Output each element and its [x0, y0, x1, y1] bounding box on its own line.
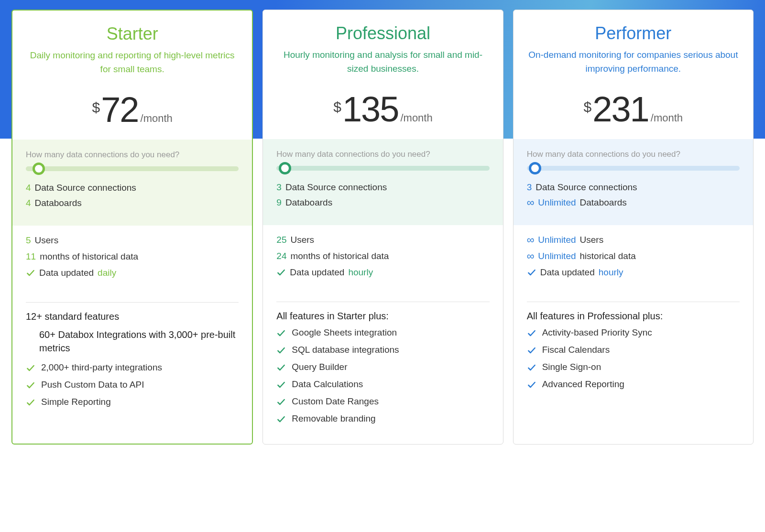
specs-section: ∞ Unlimited Users ∞ Unlimited historical…	[514, 225, 753, 293]
currency-symbol: $	[584, 99, 592, 115]
check-icon	[276, 380, 286, 390]
users-label: Users	[35, 235, 59, 246]
check-icon	[26, 268, 35, 278]
price-amount: 135	[342, 89, 398, 130]
slider-question: How many data connections do you need?	[527, 150, 740, 159]
feature-list: 2,000+ third-party integrations Push Cus…	[12, 362, 252, 427]
feature-text: Push Custom Data to API	[41, 380, 144, 390]
slider-thumb[interactable]	[279, 162, 291, 174]
feature-item: 2,000+ third-party integrations	[26, 362, 239, 373]
plan-header: Starter Daily monitoring and reporting o…	[12, 11, 252, 140]
databoards-line: 9 Databoards	[276, 197, 489, 208]
feature-text: Removable branding	[292, 413, 375, 424]
feature-item: Activity-based Priority Sync	[527, 327, 740, 338]
divider	[527, 302, 740, 302]
check-icon	[26, 380, 35, 390]
update-freq: hourly	[348, 267, 373, 278]
history-value: 11	[26, 251, 36, 262]
history-line: ∞ Unlimited historical data	[527, 251, 740, 261]
plan-name: Professional	[274, 23, 491, 43]
connections-slider[interactable]	[26, 166, 239, 171]
update-freq: daily	[98, 268, 116, 278]
price-amount: 72	[101, 89, 138, 130]
feature-text: Activity-based Priority Sync	[542, 327, 652, 338]
connections-label: Data Source connections	[536, 182, 637, 193]
update-line: Data updated hourly	[276, 267, 489, 278]
feature-text: Simple Reporting	[41, 397, 111, 407]
connections-slider[interactable]	[276, 166, 489, 171]
connections-label: Data Source connections	[35, 183, 136, 193]
feature-text: Google Sheets integration	[292, 327, 397, 338]
check-icon	[26, 398, 35, 407]
plan-card-professional: Professional Hourly monitoring and analy…	[262, 10, 503, 445]
plan-name: Performer	[525, 23, 742, 43]
check-icon	[527, 363, 536, 372]
feature-text: Single Sign-on	[542, 362, 601, 372]
price-period: /month	[141, 112, 173, 125]
connections-value: 3	[527, 182, 532, 193]
plan-name: Starter	[24, 24, 240, 44]
users-label: Users	[290, 235, 314, 245]
currency-symbol: $	[333, 99, 341, 115]
feature-text: SQL database integrations	[292, 345, 399, 355]
feature-item: Simple Reporting	[26, 397, 239, 407]
users-value: 5	[26, 235, 31, 246]
connections-line: 3 Data Source connections	[527, 182, 740, 193]
check-icon	[276, 346, 286, 355]
slider-panel: How many data connections do you need? 3…	[263, 139, 503, 225]
unlimited-label: Unlimited	[538, 197, 576, 208]
history-line: 24 months of historical data	[276, 251, 489, 261]
feature-item: Custom Date Ranges	[276, 396, 489, 407]
specs-section: 25 Users 24 months of historical data Da…	[263, 225, 503, 293]
feature-item: Google Sheets integration	[276, 327, 489, 338]
plan-description: On-demand monitoring for companies serio…	[525, 48, 742, 76]
feature-text: Data Calculations	[292, 379, 363, 390]
feature-item: Data Calculations	[276, 379, 489, 390]
history-label: months of historical data	[290, 251, 389, 261]
slider-thumb[interactable]	[529, 162, 541, 174]
history-label: months of historical data	[40, 251, 138, 262]
plan-description: Daily monitoring and reporting of high-l…	[24, 49, 240, 76]
feature-text: Advanced Reporting	[542, 379, 624, 390]
connections-value: 4	[26, 183, 31, 193]
plan-price: $ 135 /month	[274, 89, 491, 130]
databoards-label: Databoards	[580, 197, 627, 208]
connections-line: 3 Data Source connections	[276, 182, 489, 193]
check-icon	[276, 328, 286, 338]
price-amount: 231	[592, 89, 648, 130]
update-prefix: Data updated	[290, 267, 344, 278]
plan-header: Professional Hourly monitoring and analy…	[263, 10, 503, 139]
check-icon	[26, 363, 35, 373]
databoards-value: 4	[26, 198, 31, 208]
check-icon	[276, 268, 286, 277]
users-value: 25	[276, 235, 286, 245]
feature-text: 2,000+ third-party integrations	[41, 362, 162, 373]
price-period: /month	[651, 112, 683, 124]
update-line: Data updated daily	[26, 268, 239, 278]
users-line: ∞ Unlimited Users	[527, 235, 740, 245]
pricing-cards: Starter Daily monitoring and reporting o…	[0, 0, 765, 454]
update-prefix: Data updated	[39, 268, 94, 278]
divider	[276, 302, 489, 302]
databoards-label: Databoards	[35, 198, 82, 208]
infinity-icon: ∞	[527, 197, 535, 208]
slider-panel: How many data connections do you need? 3…	[514, 139, 753, 225]
history-value: 24	[276, 251, 286, 261]
feature-text: Query Builder	[292, 362, 347, 372]
feature-text: Fiscal Calendars	[542, 345, 610, 355]
plan-card-starter: Starter Daily monitoring and reporting o…	[11, 10, 253, 445]
slider-thumb[interactable]	[33, 163, 45, 175]
databoards-value: 9	[276, 197, 282, 208]
update-line: Data updated hourly	[527, 267, 740, 278]
plan-price: $ 72 /month	[24, 89, 240, 130]
feature-item: Advanced Reporting	[527, 379, 740, 390]
currency-symbol: $	[92, 99, 100, 116]
history-label: historical data	[580, 251, 636, 261]
connections-slider[interactable]	[527, 166, 740, 171]
feature-text: Custom Date Ranges	[292, 396, 379, 407]
feature-heading-b: 60+ Databox Integrations with 3,000+ pre…	[12, 328, 252, 355]
feature-list: Google Sheets integration SQL database i…	[263, 327, 503, 444]
check-icon	[276, 414, 286, 424]
check-icon	[527, 268, 536, 277]
databoards-line: ∞ Unlimited Databoards	[527, 197, 740, 208]
